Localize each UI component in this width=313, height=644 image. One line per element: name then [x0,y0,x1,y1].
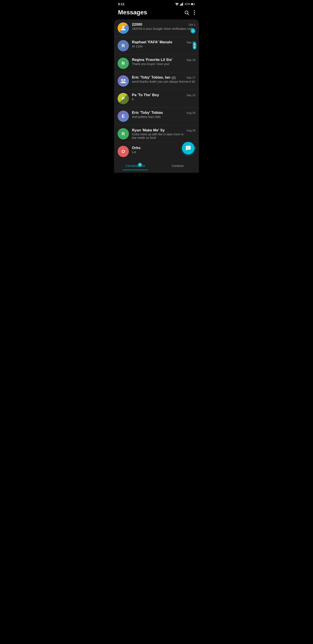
conv-name: Ryan 'Make Me' Sy [132,128,165,132]
status-icons: 41% [175,2,195,6]
svg-point-12 [194,14,195,15]
header-actions [184,10,195,15]
conv-preview: K [132,98,134,101]
name-date-row: Raphael 'FAFA' Manalo Sep 18 [132,40,195,44]
battery-icon [191,2,195,6]
conv-content: Regina 'Fravrite Lil Sis' Sep 18 Thank y… [132,58,195,66]
unread-count: (2) [172,76,176,80]
conv-preview: 183704 is your Google Voice verification… [132,27,194,30]
scroll-indicator[interactable]: ▲ ▼ [193,42,196,50]
svg-rect-1 [180,4,181,6]
conv-name: Orbs [132,146,141,150]
nav-tab-conversations[interactable]: 4 Conversations [114,163,156,168]
conv-name: Raphael 'FAFA' Manalo [132,40,172,44]
conv-date: Aug 26 [187,111,195,114]
name-date-row: Eric 'Toby' Tobias Aug 26 [132,110,195,115]
conv-date: Oct 1 [189,23,195,26]
unread-badge: 1 [191,28,195,33]
conv-content: Raphael 'FAFA' Manalo Sep 18 At 1104 [132,40,195,48]
conv-name: Eric 'Toby' Tobias, Ian [132,75,170,80]
avatar: R [118,40,129,51]
svg-point-0 [177,5,177,6]
avatar: R [118,128,129,140]
conversation-list: 22000 Oct 1 183704 is your Google Voice … [114,19,199,160]
name-date-row: Eric 'Toby' Tobias, Ian (2) Sep 17 [132,75,195,80]
nav-badge-conversations: 4 [138,163,142,167]
conversation-item-eric-group[interactable]: Eric 'Toby' Tobias, Ian (2) Sep 17 word … [114,72,199,90]
name-date-row: 22000 Oct 1 [132,22,195,27]
name-date-row: Pa 'To The' Boy Sep 15 [132,93,195,97]
more-options-icon [194,10,195,15]
wifi-icon [175,2,179,6]
nav-label-conversations: Conversations [126,164,145,168]
conversation-item-raphael[interactable]: R Raphael 'FAFA' Manalo Sep 18 At 1104 ▲… [114,37,199,54]
svg-rect-7 [191,4,193,5]
conv-date: Sep 15 [187,94,195,97]
name-date-row: Ryan 'Make Me' Sy Aug 26 [132,128,195,132]
conv-preview: Lol [132,150,136,154]
conv-content: Eric 'Toby' Tobias, Ian (2) Sep 17 word … [132,75,195,84]
battery-percent: 41% [185,2,190,6]
conversation-item-regina[interactable]: R Regina 'Fravrite Lil Sis' Sep 18 Thank… [114,54,199,72]
group-icon [120,78,126,84]
bottom-nav: 4 Conversations Contacts [114,160,199,173]
name-date-row: Regina 'Fravrite Lil Sis' Sep 18 [132,58,195,62]
status-bar: 5:11 41% [114,0,199,7]
avatar: R [118,58,129,69]
nav-label-contacts: Contacts [172,164,184,168]
conv-name: Eric 'Toby' Tobias [132,110,163,115]
conv-date: Sep 18 [187,58,195,62]
conversation-item-ryan[interactable]: R Ryan 'Make Me' Sy Aug 26 Gotta meet up… [114,125,199,143]
avatar: P [118,93,129,104]
svg-rect-4 [182,2,183,6]
svg-point-17 [188,148,189,148]
conv-preview: word thanks dude! you can always borrow … [132,80,195,83]
nav-tab-contacts[interactable]: Contacts [156,163,199,168]
conv-content: Ryan 'Make Me' Sy Aug 26 Gotta meet up w… [132,128,195,140]
svg-point-16 [187,148,188,148]
svg-rect-2 [181,4,181,6]
svg-point-14 [121,79,123,81]
svg-rect-3 [182,3,182,6]
messages-header: Messages [114,7,199,19]
svg-line-9 [188,14,189,15]
svg-rect-6 [195,4,195,4]
svg-point-15 [123,79,125,81]
more-options-button[interactable] [194,10,195,15]
conversation-item-eric[interactable]: E Eric 'Toby' Tobias Aug 26 And pottery … [114,108,199,125]
conv-date: Aug 26 [187,129,195,132]
conv-preview: At 1104 [132,44,142,48]
avatar [118,22,129,34]
person-icon [120,25,126,31]
new-message-fab[interactable] [182,142,195,154]
conv-name: 22000 [132,22,142,27]
avatar [118,75,129,86]
conv-content: Eric 'Toby' Tobias Aug 26 And pottery ba… [132,110,195,119]
signal-icon [180,2,184,6]
avatar: O [118,146,129,157]
conv-content: Pa 'To The' Boy Sep 15 K [132,93,195,101]
conv-date: Sep 17 [187,76,195,79]
search-icon [184,10,189,15]
conversation-item-22000[interactable]: 22000 Oct 1 183704 is your Google Voice … [114,19,199,37]
conv-preview: And pottery barn kids [132,115,161,118]
message-icon [185,145,191,151]
avatar: E [118,110,129,122]
conv-content: 22000 Oct 1 183704 is your Google Voice … [132,22,195,31]
conv-name: Regina 'Fravrite Lil Sis' [132,58,173,62]
search-button[interactable] [184,10,189,15]
svg-point-10 [194,10,195,11]
svg-point-18 [189,148,190,148]
conv-preview: Thank you Kuya! I love you! [132,62,170,66]
svg-point-11 [194,12,195,13]
conv-name: Pa 'To The' Boy [132,93,159,97]
conv-preview: Gotta meet up with the in laws mom in la… [132,132,188,140]
status-time: 5:11 [118,2,125,6]
svg-point-13 [122,26,124,28]
conversation-item-pa[interactable]: P Pa 'To The' Boy Sep 15 K [114,90,199,108]
page-title: Messages [118,9,147,16]
